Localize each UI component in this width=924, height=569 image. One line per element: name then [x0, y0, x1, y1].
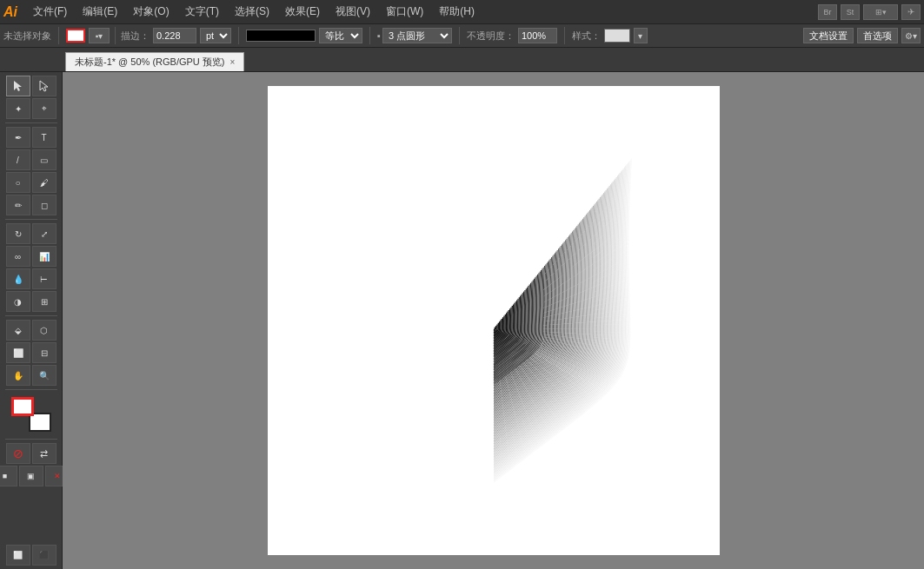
- gradient-mode-btn[interactable]: ▣: [19, 466, 43, 486]
- style-label: 样式：: [572, 30, 601, 43]
- stock-icon[interactable]: St: [841, 4, 860, 20]
- menu-view[interactable]: 视图(V): [329, 3, 377, 21]
- style-dropdown-btn[interactable]: ▾: [634, 28, 648, 43]
- heart-lines: [494, 157, 633, 484]
- swap-colors-btn[interactable]: ⇄: [32, 443, 57, 464]
- snap-label: 描边：: [121, 30, 150, 43]
- doc-settings-button[interactable]: 文档设置: [803, 28, 854, 43]
- none-btn[interactable]: ⊘: [6, 443, 30, 464]
- color-mode-btn[interactable]: ■: [0, 466, 17, 486]
- opacity-input[interactable]: [518, 28, 557, 43]
- tool-row-line: / ▭: [6, 149, 57, 170]
- share-icon[interactable]: ✈: [901, 4, 921, 20]
- menu-bar: Ai 文件(F) 编辑(E) 对象(O) 文字(T) 选择(S) 效果(E) 视…: [0, 0, 924, 23]
- style-preview: [604, 29, 630, 43]
- slice-tool-btn[interactable]: ⊟: [32, 342, 57, 363]
- menu-object[interactable]: 对象(O): [126, 3, 176, 21]
- tab-label: 未标题-1* @ 50% (RGB/GPU 预览): [75, 56, 225, 69]
- magic-wand-tool-btn[interactable]: ✦: [6, 98, 30, 119]
- ellipse-tool-btn[interactable]: ○: [6, 172, 30, 193]
- snap-value-input[interactable]: [153, 28, 196, 43]
- change-screen-btn[interactable]: ⬜: [6, 545, 30, 566]
- menu-file[interactable]: 文件(F): [26, 3, 74, 21]
- main-layout: ✦ ⌖ ✒ T / ▭ ○ 🖌 ✏ ◻ ↻ ⤢ ∞ 📊: [0, 72, 924, 569]
- paintbrush-tool-btn[interactable]: 🖌: [32, 172, 57, 193]
- color-boxes: [8, 397, 55, 432]
- menu-help[interactable]: 帮助(H): [432, 3, 482, 21]
- tab-bar: 未标题-1* @ 50% (RGB/GPU 预览) ×: [0, 48, 924, 72]
- direct-select-tool-btn[interactable]: [32, 76, 57, 96]
- blend-tool-btn[interactable]: ∞: [6, 246, 30, 267]
- menu-window[interactable]: 窗口(W): [379, 3, 430, 21]
- tool-row-wand: ✦ ⌖: [6, 98, 57, 119]
- type-tool-btn[interactable]: T: [32, 127, 57, 148]
- tool-row-pencil: ✏ ◻: [6, 195, 57, 215]
- menu-select[interactable]: 选择(S): [228, 3, 276, 21]
- tool-row-misc: ⬜ ⬛: [6, 545, 57, 566]
- menu-effect[interactable]: 效果(E): [278, 3, 327, 21]
- heart-artwork: [289, 108, 698, 533]
- tab-close-icon[interactable]: ×: [230, 57, 236, 67]
- shapebuilder-tool-btn[interactable]: ⬙: [6, 320, 30, 341]
- stroke-cap-select[interactable]: 3 点圆形: [382, 28, 452, 43]
- bridge-icon[interactable]: Br: [818, 4, 837, 20]
- arrow-tool-btn[interactable]: [6, 76, 30, 96]
- canvas-area[interactable]: [63, 72, 924, 569]
- tool-row-eyedrop: 💧 ⊢: [6, 268, 57, 289]
- fill-options-btn[interactable]: ▪▾: [89, 28, 110, 43]
- stroke-color-box[interactable]: [11, 397, 34, 416]
- tool-row-hand: ✋ 🔍: [6, 365, 57, 386]
- tool-row-mode: ■ ▣ ✕: [0, 466, 70, 486]
- livepaint-tool-btn[interactable]: ⬡: [32, 320, 57, 341]
- toolbox-sidebar: ✦ ⌖ ✒ T / ▭ ○ 🖌 ✏ ◻ ↻ ⤢ ∞ 📊: [0, 72, 63, 569]
- artboard-tool-btn[interactable]: ⬜: [6, 342, 30, 363]
- tool-row-blend: ∞ 📊: [6, 246, 57, 267]
- mesh-tool-btn[interactable]: ⊞: [32, 291, 57, 312]
- tool-row-shape: ○ 🖌: [6, 172, 57, 193]
- stroke-color-swatch[interactable]: [66, 29, 85, 43]
- pencil-tool-btn[interactable]: ✏: [6, 195, 30, 215]
- opacity-label: 不透明度：: [467, 30, 515, 43]
- artboard: [268, 86, 720, 555]
- hand-tool-btn[interactable]: ✋: [6, 365, 30, 386]
- draw-mode-btn[interactable]: ⬛: [32, 545, 57, 566]
- tool-row-gradient: ◑ ⊞: [6, 291, 57, 312]
- app-logo: Ai: [3, 4, 17, 20]
- snap-unit-select[interactable]: pt: [200, 28, 231, 43]
- pen-tool-btn[interactable]: ✒: [6, 127, 30, 148]
- sidebar-bottom: ⬜ ⬛: [6, 545, 57, 566]
- line-tool-btn[interactable]: /: [6, 149, 30, 170]
- tool-row-shapebuilder: ⬙ ⬡: [6, 320, 57, 341]
- more-options-btn[interactable]: ⚙▾: [901, 28, 921, 43]
- rotate-tool-btn[interactable]: ↻: [6, 223, 30, 244]
- lasso-tool-btn[interactable]: ⌖: [32, 98, 57, 119]
- tool-row-pen: ✒ T: [6, 127, 57, 148]
- workspace-icon[interactable]: ⊞▾: [863, 4, 898, 20]
- tool-row-select: [6, 76, 57, 96]
- tool-row-rotate: ↻ ⤢: [6, 223, 57, 244]
- measure-tool-btn[interactable]: ⊢: [32, 268, 57, 289]
- no-selection-label: 未选择对象: [3, 30, 51, 43]
- gradient-tool-btn[interactable]: ◑: [6, 291, 30, 312]
- column-graph-tool-btn[interactable]: 📊: [32, 246, 57, 267]
- eraser-tool-btn[interactable]: ◻: [32, 195, 57, 215]
- menu-edit[interactable]: 编辑(E): [76, 3, 124, 21]
- tool-row-none: ⊘ ⇄: [6, 443, 57, 464]
- preferences-button[interactable]: 首选项: [857, 28, 898, 43]
- control-toolbar: 未选择对象 ▪▾ 描边： pt 等比 ▪ 3 点圆形 不透明度： 样式： ▾ 文…: [0, 23, 924, 48]
- stroke-type-select[interactable]: 等比: [319, 28, 362, 43]
- document-tab[interactable]: 未标题-1* @ 50% (RGB/GPU 预览) ×: [65, 52, 244, 71]
- tool-row-artboard: ⬜ ⊟: [6, 342, 57, 363]
- stroke-preview: [246, 30, 316, 42]
- rect-tool-btn[interactable]: ▭: [32, 149, 57, 170]
- menu-type[interactable]: 文字(T): [178, 3, 226, 21]
- zoom-tool-btn[interactable]: 🔍: [32, 365, 57, 386]
- scale-tool-btn[interactable]: ⤢: [32, 223, 57, 244]
- eyedropper-tool-btn[interactable]: 💧: [6, 268, 30, 289]
